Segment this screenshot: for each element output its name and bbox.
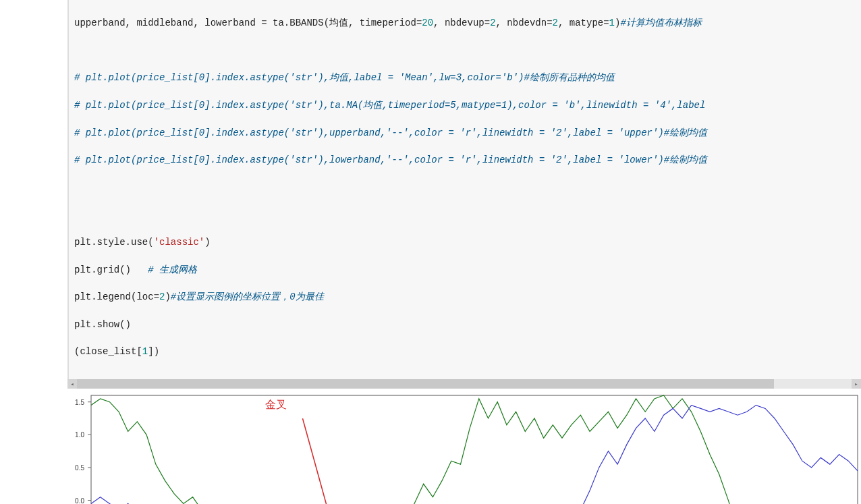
y-tick-label: 1.5 [75,399,84,406]
y-tick-label: 1.0 [75,431,84,439]
horizontal-scrollbar[interactable]: ◂ ▸ [67,379,861,389]
y-tick-label: 0.0 [75,497,84,504]
line-chart: -2.0-1.5-1.0-0.50.00.51.01.51-12 09:15:0… [0,389,861,504]
chart-svg: -2.0-1.5-1.0-0.50.00.51.01.51-12 09:15:0… [0,389,861,504]
annotation-label: 金叉 [265,399,287,410]
annotation-arrow [302,418,339,504]
series-blue [91,405,858,504]
series-green [91,395,858,504]
scroll-track[interactable] [77,379,852,389]
y-tick-label: 0.5 [75,464,84,472]
scroll-left-arrow[interactable]: ◂ [67,379,77,389]
scroll-thumb[interactable] [77,379,774,389]
code-cell: upperband, middleband, lowerband = ta.BB… [67,0,861,379]
plot-frame [91,395,858,504]
scroll-right-arrow[interactable]: ▸ [852,379,861,389]
